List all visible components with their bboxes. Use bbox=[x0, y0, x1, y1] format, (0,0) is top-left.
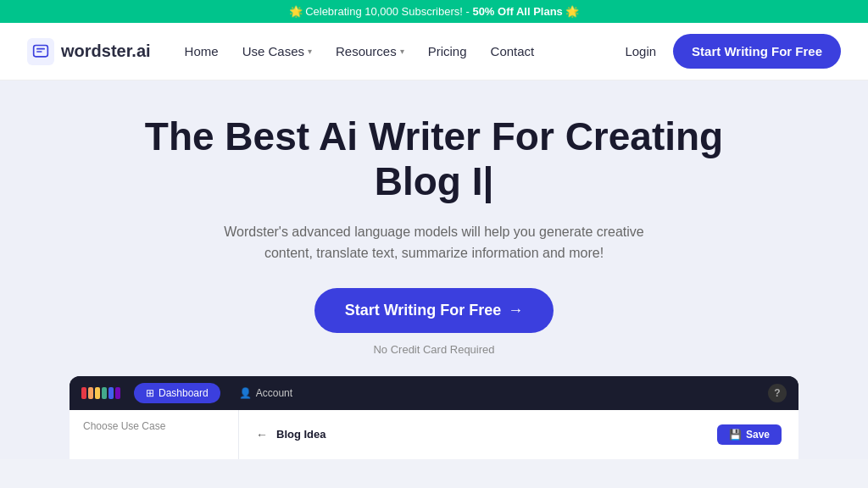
tab-account-label: Account bbox=[256, 387, 292, 399]
sidebar-use-case: Choose Use Case bbox=[70, 410, 239, 459]
nav-resources[interactable]: Resources ▾ bbox=[336, 44, 404, 58]
hero-subtitle: Wordster's advanced language models will… bbox=[214, 221, 654, 264]
dashboard-tabs: ⊞ Dashboard 👤 Account bbox=[134, 383, 304, 403]
banner-suffix: 🌟 bbox=[563, 5, 580, 18]
tab-dashboard[interactable]: ⊞ Dashboard bbox=[134, 383, 220, 403]
user-icon: 👤 bbox=[239, 387, 252, 399]
dashboard-content: Choose Use Case ← Blog Idea 💾 Save bbox=[70, 410, 798, 459]
nav-pricing[interactable]: Pricing bbox=[428, 44, 467, 58]
logo-text: wordster.ai bbox=[61, 42, 151, 61]
dashboard-preview: ⊞ Dashboard 👤 Account ? Choose Use Case … bbox=[70, 376, 798, 459]
no-credit-card-text: No Credit Card Required bbox=[373, 343, 494, 356]
chevron-down-icon: ▾ bbox=[308, 47, 312, 56]
hero-section: The Best Ai Writer For Creating Blog I| … bbox=[0, 80, 868, 459]
content-area: ← Blog Idea 💾 Save bbox=[239, 410, 798, 459]
nav-actions: Login Start Writing For Free bbox=[625, 34, 841, 69]
nav-contact[interactable]: Contact bbox=[491, 44, 535, 58]
hero-heading: The Best Ai Writer For Creating Blog I| bbox=[137, 114, 731, 204]
hero-cta-label: Start Writing For Free bbox=[345, 302, 502, 319]
nav-links: Home Use Cases ▾ Resources ▾ Pricing Con… bbox=[185, 44, 626, 58]
arrow-icon: → bbox=[508, 302, 523, 319]
banner-text: 🌟 Celebrating 10,000 Subscribers! - bbox=[289, 5, 473, 18]
back-arrow-icon[interactable]: ← bbox=[256, 428, 268, 441]
nav-use-cases[interactable]: Use Cases ▾ bbox=[242, 44, 312, 58]
tab-dashboard-label: Dashboard bbox=[159, 387, 209, 399]
nav-cta-button[interactable]: Start Writing For Free bbox=[673, 34, 841, 69]
logo-icon bbox=[27, 38, 54, 65]
chevron-down-icon: ▾ bbox=[400, 47, 404, 56]
rainbow-icon bbox=[81, 387, 120, 399]
choose-use-case-label: Choose Use Case bbox=[83, 420, 165, 432]
nav-home[interactable]: Home bbox=[185, 44, 219, 58]
logo[interactable]: wordster.ai bbox=[27, 38, 151, 65]
dashboard-topbar: ⊞ Dashboard 👤 Account ? bbox=[70, 376, 798, 410]
hero-cta-button[interactable]: Start Writing For Free → bbox=[314, 288, 554, 333]
save-button[interactable]: 💾 Save bbox=[717, 424, 782, 445]
grid-icon: ⊞ bbox=[146, 387, 154, 399]
save-icon: 💾 bbox=[729, 429, 742, 441]
promo-banner: 🌟 Celebrating 10,000 Subscribers! - 50% … bbox=[0, 0, 868, 23]
help-icon[interactable]: ? bbox=[768, 384, 787, 402]
banner-highlight: 50% Off All Plans bbox=[472, 5, 562, 18]
save-label: Save bbox=[746, 429, 770, 441]
login-button[interactable]: Login bbox=[625, 44, 656, 58]
tab-account[interactable]: 👤 Account bbox=[227, 383, 304, 403]
blog-idea-title: Blog Idea bbox=[276, 428, 326, 441]
navbar: wordster.ai Home Use Cases ▾ Resources ▾… bbox=[0, 23, 868, 80]
